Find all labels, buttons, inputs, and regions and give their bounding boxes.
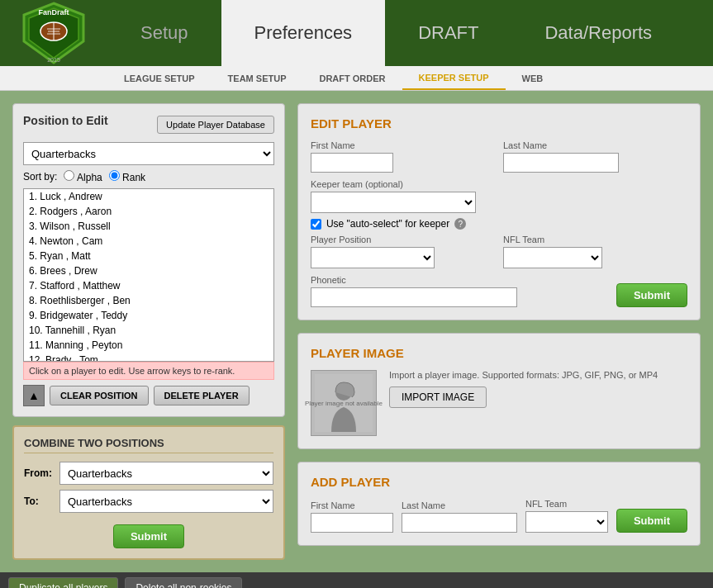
add-first-name-field: First Name [311,500,393,533]
player-list-item[interactable]: 8. Roethlisberger , Ben [24,293,273,308]
combine-from-select[interactable]: Quarterbacks [59,462,273,485]
add-player-row: First Name Last Name NFL Team Submit [311,499,687,533]
player-list-item[interactable]: 3. Wilson , Russell [24,219,273,234]
player-list-hint: Click on a player to edit. Use arrow key… [23,362,274,380]
player-list: 1. Luck , Andrew2. Rodgers , Aaron3. Wil… [23,188,274,362]
position-header: Position to Edit Update Player Database [23,114,274,135]
phonetic-label: Phonetic [311,275,608,285]
name-row: First Name Last Name [311,140,687,173]
last-name-input[interactable] [503,153,619,173]
last-name-label: Last Name [503,140,687,150]
position-nfl-row: Player Position NFL Team [311,235,687,268]
svg-text:2015: 2015 [47,57,60,63]
combine-to-row: To: Quarterbacks [24,490,273,513]
logo-area: FanDraft 2015 [0,0,107,66]
player-list-item[interactable]: 2. Rodgers , Aaron [24,204,273,219]
nav-tab-setup[interactable]: Setup [107,0,221,66]
left-panel: Position to Edit Update Player Database … [12,103,285,560]
edit-submit-button[interactable]: Submit [616,283,687,307]
edit-player-section: EDIT PLAYER First Name Last Name Keeper … [297,103,701,320]
image-placeholder-text: Player image not available [303,398,384,409]
nav-tab-draft[interactable]: DRAFT [385,0,511,66]
player-up-arrow[interactable]: ▲ [23,385,45,406]
sort-rank-text: Rank [122,172,145,183]
position-select[interactable]: Quarterbacks [23,142,274,165]
add-last-name-field: Last Name [402,500,517,533]
sort-rank-radio[interactable] [109,170,120,181]
sub-nav: LEAGUE SETUP TEAM SETUP DRAFT ORDER KEEP… [0,66,713,91]
nav-tab-data-reports[interactable]: Data/Reports [511,0,685,66]
player-image-section: PLAYER IMAGE Player image not available [297,333,701,449]
auto-select-row: Use "auto-select" for keeper ? [311,218,687,230]
sort-alpha-label[interactable]: Alpha [64,170,102,183]
player-list-item[interactable]: 12. Brady , Tom [24,353,273,362]
position-edit-panel: Position to Edit Update Player Database … [12,103,285,417]
duplicate-all-button[interactable]: Duplicate all players [8,577,118,588]
import-image-button[interactable]: IMPORT IMAGE [389,386,487,408]
sub-nav-draft-order[interactable]: DRAFT ORDER [302,66,402,90]
auto-select-checkbox[interactable] [311,219,321,230]
delete-player-button[interactable]: DELETE PLAYER [154,386,250,405]
to-label: To: [24,496,53,507]
player-list-item[interactable]: 11. Manning , Peyton [24,338,273,353]
player-list-item[interactable]: 6. Brees , Drew [24,263,273,278]
sort-alpha-radio[interactable] [64,170,74,181]
position-title: Position to Edit [23,114,108,127]
sub-nav-team-setup[interactable]: TEAM SETUP [212,66,303,90]
update-player-db-button[interactable]: Update Player Database [157,116,274,134]
player-thumbnail: Player image not available [311,370,377,436]
add-nfl-team-select[interactable] [525,511,608,533]
last-name-field: Last Name [503,140,687,173]
delete-non-rookies-button[interactable]: Delete all non-rookies [125,577,242,588]
bottom-bar: Duplicate all players Delete all non-roo… [0,572,713,588]
player-position-label: Player Position [311,235,495,244]
sort-alpha-text: Alpha [77,172,102,183]
player-list-item[interactable]: 4. Newton , Cam [24,234,273,249]
clear-position-button[interactable]: CLEAR POSITION [50,386,149,405]
add-nfl-team-field: NFL Team [525,499,608,533]
sub-nav-web[interactable]: WEB [506,66,560,90]
player-list-item[interactable]: 7. Stafford , Matthew [24,278,273,293]
nfl-team-label: NFL Team [503,235,687,244]
import-info-text: Import a player image. Supported formats… [389,370,687,380]
add-player-title: ADD PLAYER [311,475,687,489]
nfl-team-field: NFL Team [503,235,687,268]
combine-submit-button[interactable]: Submit [113,524,184,548]
image-section: Player image not available Import a play… [311,370,687,436]
add-last-name-label: Last Name [402,500,517,510]
nfl-team-select[interactable] [503,247,602,268]
svg-text:FanDraft: FanDraft [38,8,69,17]
player-list-item[interactable]: 5. Ryan , Matt [24,249,273,263]
player-list-item[interactable]: 1. Luck , Andrew [24,189,273,204]
image-info: Import a player image. Supported formats… [389,370,687,408]
add-submit-button[interactable]: Submit [616,509,687,533]
player-list-item[interactable]: 9. Bridgewater , Teddy [24,308,273,323]
main-content: Position to Edit Update Player Database … [0,91,713,572]
sub-nav-keeper-setup[interactable]: KEEPER SETUP [402,66,506,90]
combine-title: COMBINE TWO POSITIONS [24,437,273,453]
first-name-field: First Name [311,140,495,173]
player-list-item[interactable]: 10. Tannehill , Ryan [24,323,273,338]
phonetic-field: Phonetic [311,275,608,307]
combine-from-row: From: Quarterbacks [24,462,273,485]
sort-rank-label[interactable]: Rank [109,170,145,183]
add-last-name-input[interactable] [402,513,517,533]
edit-player-title: EDIT PLAYER [311,116,687,130]
keeper-team-select[interactable] [311,192,476,213]
keeper-team-label: Keeper team (optional) [311,179,687,189]
first-name-label: First Name [311,140,495,150]
nav-tab-preferences[interactable]: Preferences [221,0,386,66]
right-panel: EDIT PLAYER First Name Last Name Keeper … [297,103,701,560]
add-first-name-input[interactable] [311,513,393,533]
player-position-select[interactable] [311,247,435,268]
player-position-field: Player Position [311,235,495,268]
header: FanDraft 2015 Setup Preferences DRAFT Da… [0,0,713,66]
first-name-input[interactable] [311,153,393,173]
help-badge[interactable]: ? [454,218,466,230]
sub-nav-league-setup[interactable]: LEAGUE SETUP [107,66,212,90]
phonetic-input[interactable] [311,287,517,307]
combine-to-select[interactable]: Quarterbacks [59,490,273,513]
add-player-section: ADD PLAYER First Name Last Name NFL Team… [297,462,701,546]
main-nav: Setup Preferences DRAFT Data/Reports [107,0,713,66]
keeper-team-field: Keeper team (optional) [311,179,687,213]
